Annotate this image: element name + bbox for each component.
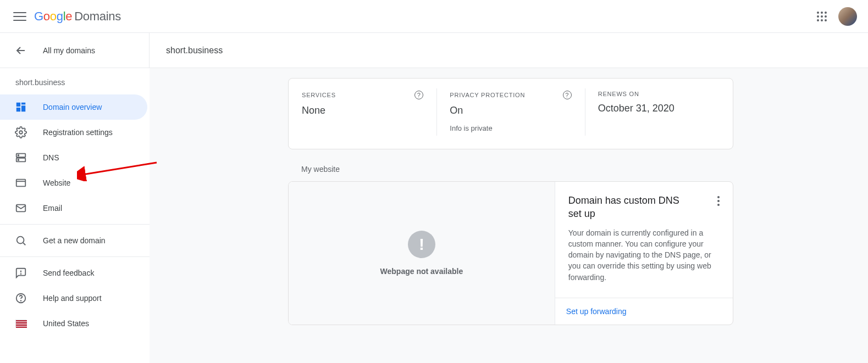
- stat-privacy: Privacy Protection ? On Info is private: [436, 91, 584, 132]
- svg-rect-3: [16, 108, 20, 111]
- sidebar-item-label: Domain overview: [43, 103, 102, 111]
- sidebar-separator: [0, 224, 150, 225]
- us-flag-icon: [14, 317, 27, 330]
- logo-suffix: Domains: [74, 9, 121, 24]
- email-icon: [14, 202, 27, 215]
- svg-line-13: [23, 243, 25, 245]
- more-icon[interactable]: [717, 196, 720, 206]
- svg-rect-1: [21, 103, 25, 105]
- stat-value: October 31, 2020: [598, 103, 720, 114]
- sidebar-item-help-support[interactable]: Help and support: [0, 286, 147, 311]
- website-preview: ! Webpage not available: [289, 182, 555, 325]
- setup-forwarding-link[interactable]: Set up forwarding: [566, 307, 627, 316]
- main-content: Services ? None Privacy Protection ? On …: [150, 68, 868, 363]
- stat-subtext: Info is private: [450, 124, 571, 132]
- sidebar-item-label: Email: [43, 204, 62, 213]
- sidebar-item-label: Website: [43, 178, 70, 187]
- section-title-my-website: My website: [301, 165, 733, 174]
- website-info-title: Domain has custom DNS set up: [568, 194, 695, 221]
- help-icon[interactable]: ?: [563, 91, 572, 99]
- stat-label-text: Renews on: [598, 91, 639, 97]
- website-card: ! Webpage not available Domain has custo…: [288, 181, 733, 325]
- svg-point-7: [18, 155, 19, 156]
- svg-rect-9: [16, 180, 26, 187]
- page-title: short.business: [150, 46, 223, 55]
- stat-value: None: [302, 105, 423, 116]
- svg-point-4: [19, 131, 23, 134]
- svg-rect-0: [16, 103, 20, 107]
- back-arrow-icon[interactable]: [14, 44, 27, 57]
- menu-icon[interactable]: [13, 10, 26, 23]
- dns-icon: [14, 151, 27, 164]
- sidebar-item-label: DNS: [43, 153, 59, 162]
- sidebar-item-country[interactable]: United States: [0, 311, 147, 336]
- sidebar-item-label: United States: [43, 319, 89, 328]
- google-domains-logo[interactable]: Google Domains: [34, 9, 121, 24]
- help-icon: [14, 292, 27, 305]
- page-header: All my domains short.business: [0, 33, 868, 68]
- sidebar-item-website[interactable]: Website: [0, 170, 147, 196]
- website-info-description: Your domain is currently configured in a…: [568, 227, 720, 283]
- stat-renews: Renews on October 31, 2020: [585, 91, 733, 132]
- all-domains-link[interactable]: All my domains: [43, 46, 95, 55]
- sidebar-item-domain-overview[interactable]: Domain overview: [0, 94, 147, 120]
- gear-icon: [14, 126, 27, 139]
- warning-icon: !: [408, 231, 435, 258]
- dashboard-icon: [14, 100, 27, 114]
- stat-value: On: [450, 105, 571, 116]
- sidebar-item-dns[interactable]: DNS: [0, 145, 147, 170]
- svg-rect-2: [21, 105, 25, 111]
- stats-card: Services ? None Privacy Protection ? On …: [288, 78, 733, 149]
- preview-unavailable-text: Webpage not available: [380, 267, 463, 276]
- sidebar: short.business Domain overview Registrat…: [0, 68, 150, 363]
- sidebar-item-label: Get a new domain: [43, 236, 106, 245]
- website-info: Domain has custom DNS set up Your domain…: [555, 182, 733, 325]
- sidebar-item-label: Help and support: [43, 294, 102, 303]
- stat-label-text: Services: [302, 92, 336, 98]
- sidebar-domain-label: short.business: [0, 78, 150, 94]
- svg-point-8: [18, 159, 19, 160]
- stat-services: Services ? None: [289, 91, 436, 132]
- website-icon: [14, 176, 27, 189]
- sidebar-item-label: Registration settings: [43, 128, 113, 137]
- avatar[interactable]: [838, 7, 857, 26]
- sidebar-item-email[interactable]: Email: [0, 196, 147, 221]
- apps-icon[interactable]: [815, 10, 828, 23]
- sidebar-item-get-new-domain[interactable]: Get a new domain: [0, 228, 147, 253]
- feedback-icon: [14, 266, 27, 280]
- sidebar-separator: [0, 256, 150, 257]
- svg-point-15: [21, 273, 21, 274]
- topbar: Google Domains: [0, 0, 868, 33]
- sidebar-item-registration-settings[interactable]: Registration settings: [0, 120, 147, 145]
- stat-label-text: Privacy Protection: [450, 92, 525, 98]
- sidebar-item-label: Send feedback: [43, 269, 94, 277]
- help-icon[interactable]: ?: [414, 91, 423, 99]
- sidebar-item-send-feedback[interactable]: Send feedback: [0, 260, 147, 286]
- svg-point-17: [21, 300, 21, 301]
- search-icon: [14, 234, 27, 247]
- svg-point-12: [17, 237, 24, 244]
